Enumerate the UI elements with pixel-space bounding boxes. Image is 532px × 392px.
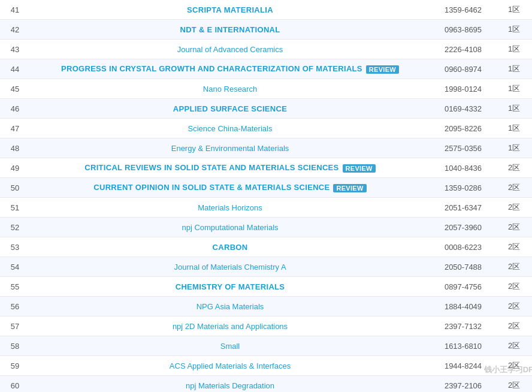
journal-zone: 2区 — [496, 198, 532, 218]
table-row: 48Energy & Environmental Materials2575-0… — [0, 138, 532, 158]
table-row: 49CRITICAL REVIEWS IN SOLID STATE AND MA… — [0, 158, 532, 178]
journal-title[interactable]: ACS Applied Materials & Interfaces钱小王学习D… — [30, 356, 430, 376]
journal-zone: 2区 — [496, 336, 532, 356]
journal-issn: 2095-8226 — [430, 119, 496, 138]
journal-issn: 1998-0124 — [430, 79, 496, 99]
journal-issn: 1359-0286 — [430, 178, 496, 198]
journal-title[interactable]: Materials Horizons — [30, 198, 430, 218]
row-number: 50 — [0, 178, 30, 198]
table-row: 53CARBON0008-62232区 — [0, 237, 532, 257]
row-number: 41 — [0, 0, 30, 20]
journal-title-text: NDT & E INTERNATIONAL — [180, 25, 280, 34]
journal-zone: 1区 — [496, 138, 532, 158]
main-container: 41SCRIPTA MATERIALIA1359-64621区42NDT & E… — [0, 0, 532, 392]
journal-title[interactable]: PROGRESS IN CRYSTAL GROWTH AND CHARACTER… — [30, 59, 430, 79]
journal-issn: 2051-6347 — [430, 198, 496, 218]
journal-title[interactable]: Small — [30, 336, 430, 356]
row-number: 52 — [0, 218, 30, 237]
journal-title-text: CURRENT OPINION IN SOLID STATE & MATERIA… — [93, 183, 330, 192]
journal-zone: 2区 — [496, 277, 532, 297]
journal-zone: 2区 — [496, 257, 532, 277]
journal-title-text: SCRIPTA MATERIALIA — [187, 5, 273, 14]
table-row: 57npj 2D Materials and Applications2397-… — [0, 316, 532, 336]
journal-title-text: APPLIED SURFACE SCIENCE — [173, 104, 287, 113]
journal-title-text: NPG Asia Materials — [197, 302, 264, 311]
journal-title[interactable]: Nano Research — [30, 79, 430, 99]
journal-issn: 1884-4049 — [430, 297, 496, 316]
journal-issn: 2397-2106 — [430, 376, 496, 393]
journal-title-text: Journal of Advanced Ceramics — [177, 45, 283, 54]
journal-title[interactable]: APPLIED SURFACE SCIENCE — [30, 99, 430, 119]
journal-title[interactable]: Energy & Environmental Materials — [30, 138, 430, 158]
journal-title[interactable]: NDT & E INTERNATIONAL — [30, 20, 430, 40]
row-number: 43 — [0, 40, 30, 59]
journal-issn: 1040-8436 — [430, 158, 496, 178]
row-number: 48 — [0, 138, 30, 158]
journal-zone: 2区 — [496, 356, 532, 376]
table-row: 56NPG Asia Materials1884-40492区 — [0, 297, 532, 316]
journal-title-text: CHEMISTRY OF MATERIALS — [176, 282, 285, 291]
table-row: 45Nano Research1998-01241区 — [0, 79, 532, 99]
review-badge: review — [333, 184, 366, 192]
journal-zone: 2区 — [496, 297, 532, 316]
journal-title[interactable]: Science China-Materials — [30, 119, 430, 138]
row-number: 46 — [0, 99, 30, 119]
journal-zone: 1区 — [496, 79, 532, 99]
journal-title-text: Journal of Materials Chemistry A — [174, 263, 286, 272]
journal-zone: 1区 — [496, 0, 532, 20]
table-row: 59ACS Applied Materials & Interfaces钱小王学… — [0, 356, 532, 376]
journal-table: 41SCRIPTA MATERIALIA1359-64621区42NDT & E… — [0, 0, 532, 392]
journal-title-text: npj 2D Materials and Applications — [173, 322, 288, 331]
journal-title[interactable]: npj Computational Materials — [30, 218, 430, 237]
row-number: 42 — [0, 20, 30, 40]
journal-issn: 2050-7488 — [430, 257, 496, 277]
journal-issn: 0169-4332 — [430, 99, 496, 119]
journal-issn: 0960-8974 — [430, 59, 496, 79]
journal-issn: 1944-8244 — [430, 356, 496, 376]
journal-zone: 2区 — [496, 237, 532, 257]
journal-title-text: PROGRESS IN CRYSTAL GROWTH AND CHARACTER… — [61, 64, 362, 73]
journal-issn: 2575-0356 — [430, 138, 496, 158]
row-number: 55 — [0, 277, 30, 297]
journal-zone: 1区 — [496, 119, 532, 138]
row-number: 59 — [0, 356, 30, 376]
journal-title[interactable]: Journal of Advanced Ceramics — [30, 40, 430, 59]
review-badge: review — [366, 65, 399, 74]
row-number: 51 — [0, 198, 30, 218]
table-row: 58Small1613-68102区 — [0, 336, 532, 356]
journal-title[interactable]: SCRIPTA MATERIALIA — [30, 0, 430, 20]
row-number: 44 — [0, 59, 30, 79]
journal-title-text: CRITICAL REVIEWS IN SOLID STATE AND MATE… — [84, 163, 338, 172]
journal-title-text: Science China-Materials — [188, 124, 273, 133]
row-number: 60 — [0, 376, 30, 393]
row-number: 56 — [0, 297, 30, 316]
journal-title-text: npj Materials Degradation — [186, 381, 274, 390]
journal-title-text: ACS Applied Materials & Interfaces — [170, 361, 291, 370]
journal-issn: 0008-6223 — [430, 237, 496, 257]
row-number: 47 — [0, 119, 30, 138]
table-row: 44PROGRESS IN CRYSTAL GROWTH AND CHARACT… — [0, 59, 532, 79]
journal-title[interactable]: npj 2D Materials and Applications — [30, 316, 430, 336]
journal-issn: 2057-3960 — [430, 218, 496, 237]
journal-title-text: CARBON — [213, 243, 248, 252]
journal-title-text: npj Computational Materials — [182, 223, 278, 232]
journal-title[interactable]: npj Materials Degradation — [30, 376, 430, 393]
journal-title[interactable]: CURRENT OPINION IN SOLID STATE & MATERIA… — [30, 178, 430, 198]
table-row: 55CHEMISTRY OF MATERIALS0897-47562区 — [0, 277, 532, 297]
journal-title[interactable]: CARBON — [30, 237, 430, 257]
journal-issn: 1359-6462 — [430, 0, 496, 20]
journal-zone: 2区 — [496, 158, 532, 178]
journal-title[interactable]: NPG Asia Materials — [30, 297, 430, 316]
journal-zone: 2区 — [496, 178, 532, 198]
journal-zone: 2区 — [496, 218, 532, 237]
journal-zone: 1区 — [496, 99, 532, 119]
journal-zone: 2区 — [496, 316, 532, 336]
journal-title[interactable]: Journal of Materials Chemistry A — [30, 257, 430, 277]
journal-title[interactable]: CHEMISTRY OF MATERIALS — [30, 277, 430, 297]
table-row: 52npj Computational Materials2057-39602区 — [0, 218, 532, 237]
table-row: 60npj Materials Degradation2397-21062区 — [0, 376, 532, 393]
journal-title[interactable]: CRITICAL REVIEWS IN SOLID STATE AND MATE… — [30, 158, 430, 178]
journal-issn: 2226-4108 — [430, 40, 496, 59]
journal-title-text: Nano Research — [203, 85, 257, 94]
row-number: 45 — [0, 79, 30, 99]
